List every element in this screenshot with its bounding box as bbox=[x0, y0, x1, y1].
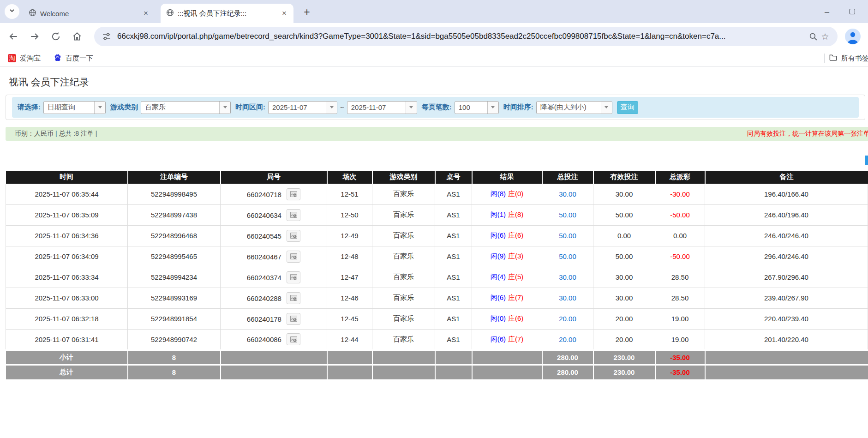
chevron-down-icon bbox=[487, 102, 498, 114]
scrollbar-thumb[interactable] bbox=[865, 156, 868, 165]
result-banker: 庄(7) bbox=[508, 294, 523, 301]
cell-total-bet: 20.00 bbox=[542, 308, 593, 329]
minimize-icon[interactable]: – bbox=[825, 7, 829, 17]
all-bookmarks-label: 所有书签 bbox=[841, 54, 868, 63]
cell-valid-bet: 20.00 bbox=[593, 329, 655, 350]
chevron-down-icon bbox=[601, 102, 612, 114]
game-type-value: 百家乐 bbox=[141, 103, 219, 112]
table-row: 2025-11-07 06:35:44 522948998495 6602407… bbox=[6, 184, 868, 204]
query-type-select[interactable]: 日期查询 bbox=[43, 101, 106, 114]
total-bet-link[interactable]: 50.00 bbox=[559, 252, 576, 260]
cell-session: 12-51 bbox=[327, 184, 372, 204]
address-bar[interactable]: 66cxkj98.com/ipl/portal.php/game/betreco… bbox=[94, 27, 838, 46]
new-tab-button[interactable]: + bbox=[301, 6, 313, 18]
game-type-select[interactable]: 百家乐 bbox=[141, 101, 231, 114]
result-player: 闲(1) bbox=[491, 210, 506, 218]
video-replay-icon[interactable] bbox=[287, 251, 300, 263]
summary-bar: 币别：人民币 | 总共 :8 注单 | 同局有效投注，统一计算在该局第一张注单内 bbox=[6, 127, 868, 141]
home-icon[interactable] bbox=[71, 30, 83, 42]
date-from-select[interactable]: 2025-11-07 bbox=[268, 101, 337, 114]
empty-cell bbox=[435, 365, 472, 379]
sort-select[interactable]: 降幂(由大到小) bbox=[536, 101, 612, 114]
total-label: 总计 bbox=[6, 365, 128, 379]
back-icon[interactable] bbox=[7, 30, 19, 42]
search-button[interactable]: 查询 bbox=[617, 101, 638, 114]
video-replay-icon[interactable] bbox=[287, 271, 300, 283]
browser-toolbar: 66cxkj98.com/ipl/portal.php/game/betreco… bbox=[0, 23, 868, 50]
bookmark-aitaobao[interactable]: 淘 爱淘宝 bbox=[8, 54, 41, 63]
bookmark-label: 百度一下 bbox=[66, 54, 93, 63]
result-player: 闲(8) bbox=[491, 190, 506, 198]
site-settings-icon[interactable] bbox=[101, 30, 113, 42]
forward-icon[interactable] bbox=[29, 30, 41, 42]
total-valid: 230.00 bbox=[593, 365, 655, 379]
all-bookmarks-button[interactable]: 所有书签 bbox=[829, 50, 868, 66]
cell-round: 660240086 bbox=[221, 329, 327, 350]
header-table: 桌号 bbox=[435, 171, 472, 184]
video-replay-icon[interactable] bbox=[287, 333, 300, 345]
date-from-value: 2025-11-07 bbox=[269, 103, 326, 111]
total-row: 总计 8 280.00 230.00 -35.00 bbox=[6, 365, 868, 379]
cell-round: 660240374 bbox=[221, 267, 327, 288]
baidu-paw-icon bbox=[54, 54, 62, 63]
cell-valid-bet: 0.00 bbox=[593, 225, 655, 246]
cell-round: 660240545 bbox=[221, 225, 327, 246]
round-number: 660240086 bbox=[247, 336, 281, 343]
close-icon[interactable]: × bbox=[280, 9, 289, 18]
cell-table: AS1 bbox=[435, 184, 472, 204]
chevron-down-icon bbox=[94, 102, 105, 114]
page-size-select[interactable]: 100 bbox=[455, 101, 499, 114]
subtotal-valid: 230.00 bbox=[593, 350, 655, 365]
total-bet-link[interactable]: 20.00 bbox=[559, 315, 576, 323]
video-replay-icon[interactable] bbox=[287, 188, 300, 200]
total-bet-link[interactable]: 20.00 bbox=[559, 336, 576, 343]
cell-total-bet: 30.00 bbox=[542, 288, 593, 308]
zoom-icon[interactable] bbox=[807, 30, 819, 42]
cell-payout: -50.00 bbox=[655, 246, 705, 267]
cell-round: 660240467 bbox=[221, 246, 327, 267]
empty-cell bbox=[705, 365, 868, 379]
close-icon[interactable]: × bbox=[141, 9, 150, 18]
cell-table: AS1 bbox=[435, 329, 472, 350]
subtotal-row: 小计 8 280.00 230.00 -35.00 bbox=[6, 350, 868, 365]
total-bet: 280.00 bbox=[542, 365, 593, 379]
reload-icon[interactable] bbox=[50, 30, 62, 42]
tab-search-button[interactable] bbox=[5, 4, 19, 19]
total-bet-link[interactable]: 50.00 bbox=[559, 232, 576, 240]
cell-payout: 0.00 bbox=[655, 225, 705, 246]
chevron-down-icon bbox=[9, 7, 15, 16]
total-bet-link[interactable]: 30.00 bbox=[559, 294, 576, 302]
maximize-icon[interactable] bbox=[850, 9, 855, 14]
cell-valid-bet: 30.00 bbox=[593, 267, 655, 288]
total-bet-link[interactable]: 30.00 bbox=[559, 190, 576, 198]
chevron-down-icon bbox=[406, 102, 417, 114]
empty-cell bbox=[327, 350, 372, 365]
cell-session: 12-45 bbox=[327, 308, 372, 329]
table-row: 2025-11-07 06:34:09 522948995465 6602404… bbox=[6, 246, 868, 267]
header-payout: 总派彩 bbox=[655, 171, 705, 184]
cell-result: 闲(6)庄(6) bbox=[472, 225, 542, 246]
video-replay-icon[interactable] bbox=[287, 209, 300, 221]
tab-welcome[interactable]: Welcome × bbox=[23, 4, 155, 23]
cell-note: 201.40/220.40 bbox=[705, 329, 868, 350]
globe-icon bbox=[166, 9, 174, 18]
profile-avatar[interactable] bbox=[845, 29, 861, 44]
cell-game: 百家乐 bbox=[372, 225, 435, 246]
date-to-select[interactable]: 2025-11-07 bbox=[347, 101, 417, 114]
total-bet-link[interactable]: 30.00 bbox=[559, 273, 576, 281]
total-bet-link[interactable]: 50.00 bbox=[559, 211, 576, 219]
cell-valid-bet: 50.00 bbox=[593, 204, 655, 225]
url-text[interactable]: 66cxkj98.com/ipl/portal.php/game/betreco… bbox=[117, 32, 802, 41]
video-replay-icon[interactable] bbox=[287, 230, 300, 242]
bookmarks-divider bbox=[824, 54, 825, 63]
bookmark-star-icon[interactable]: ☆ bbox=[819, 30, 831, 42]
bookmark-baidu[interactable]: 百度一下 bbox=[54, 54, 93, 63]
video-replay-icon[interactable] bbox=[287, 292, 300, 304]
cell-session: 12-46 bbox=[327, 288, 372, 308]
empty-cell bbox=[472, 350, 542, 365]
video-replay-icon[interactable] bbox=[287, 313, 300, 325]
chevron-down-icon bbox=[219, 102, 230, 114]
tab-betrecord[interactable]: :::视讯 会员下注纪录::: × bbox=[161, 4, 293, 23]
date-range-tilde: ~ bbox=[340, 103, 344, 111]
cell-valid-bet: 20.00 bbox=[593, 308, 655, 329]
